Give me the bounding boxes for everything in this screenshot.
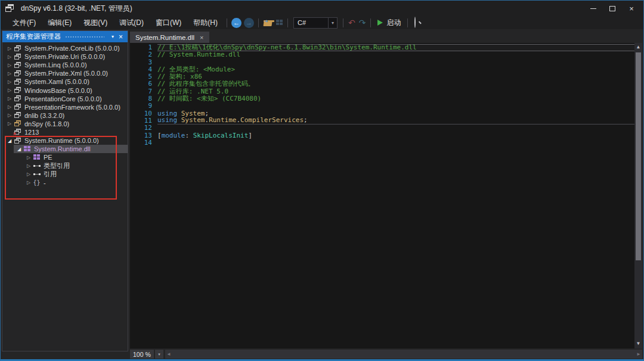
tree-item[interactable]: ▷System.Private.Uri (5.0.0.0)	[2, 52, 128, 61]
tree-item[interactable]: ◢System.Runtime.dll	[2, 145, 128, 153]
expander-expanded-icon[interactable]: ◢	[16, 147, 23, 152]
menu-item[interactable]: 窗口(W)	[150, 16, 187, 30]
panel-header[interactable]: 程序集资源管理器 ▾ ×	[2, 31, 128, 42]
tree-item-icon-wrap	[13, 104, 22, 110]
zoom-level-value[interactable]: 100 %	[130, 350, 154, 359]
menu-item[interactable]: 调试(D)	[113, 16, 150, 30]
tree-item[interactable]: ▷类型引用	[2, 161, 128, 170]
token-punc: ;	[304, 117, 308, 124]
menu-item[interactable]: 视图(V)	[78, 16, 113, 30]
line-number: 13	[130, 132, 157, 139]
panel-menu-caret-icon[interactable]: ▾	[109, 34, 117, 39]
undo-button[interactable]: ↶	[348, 18, 355, 27]
tree-item-icon-wrap	[13, 120, 22, 127]
panel-grip	[65, 36, 104, 39]
tree-item[interactable]: ▷WindowsBase (5.0.0.0)	[2, 86, 128, 94]
line-number: 14	[130, 139, 157, 147]
tree-item-label: PresentationCore (5.0.0.0)	[22, 95, 102, 102]
scroll-up-icon[interactable]: ▲	[634, 43, 642, 51]
tree-item[interactable]: ▷PresentationFramework (5.0.0.0)	[2, 103, 128, 111]
maximize-button[interactable]	[603, 2, 622, 15]
expander-collapsed-icon[interactable]: ▷	[6, 63, 13, 68]
scroll-down-icon[interactable]: ▼	[634, 340, 642, 348]
tree-item-label: System.Private.Xml (5.0.0.0)	[22, 70, 108, 77]
search-button[interactable]	[411, 17, 419, 28]
chevron-down-icon: ▾	[328, 18, 337, 28]
tree-item[interactable]: ▷{}-	[2, 179, 128, 187]
open-from-gac-button[interactable]	[276, 20, 283, 26]
token-ns: CompilerServices	[240, 117, 304, 124]
tree-item-label: System.Xaml (5.0.0.0)	[22, 78, 89, 85]
expander-collapsed-icon[interactable]: ▷	[6, 121, 13, 126]
scrollbar-thumb[interactable]	[636, 52, 641, 260]
editor-bottom-bar: 100 % ▾ ◄ ►	[130, 349, 642, 359]
tab-close-icon[interactable]: ×	[200, 34, 203, 41]
expander-collapsed-icon[interactable]: ▷	[25, 155, 32, 160]
tree-item[interactable]: ▷System.Xaml (5.0.0.0)	[2, 77, 128, 86]
close-button[interactable]: ×	[622, 2, 641, 15]
open-folder-icon: ➜	[264, 20, 273, 26]
token-comment: // System.Runtime.dll	[157, 51, 240, 58]
tree-item-icon-wrap	[13, 70, 22, 77]
toolbar-separator	[370, 18, 371, 27]
expander-collapsed-icon[interactable]: ▷	[25, 180, 32, 185]
expander-collapsed-icon[interactable]: ▷	[6, 96, 13, 101]
expander-collapsed-icon[interactable]: ▷	[25, 163, 32, 169]
panel-close-icon[interactable]: ×	[117, 33, 125, 41]
tab-system-runtime-dll[interactable]: System.Runtime.dll ×	[130, 32, 209, 43]
expander-collapsed-icon[interactable]: ▷	[6, 79, 13, 85]
tree-item-icon-wrap	[13, 112, 22, 119]
minimize-icon	[590, 8, 596, 9]
reference-icon	[33, 163, 41, 169]
zoom-caret-icon[interactable]: ▾	[155, 350, 163, 359]
assembly-icon	[14, 112, 21, 119]
tree-item[interactable]: ▷PE	[2, 153, 128, 161]
code-line: 11using System.Runtime.CompilerServices;	[130, 117, 634, 125]
tree-item[interactable]: ▷System.Private.Xml (5.0.0.0)	[2, 69, 128, 77]
expander-collapsed-icon[interactable]: ▷	[6, 88, 13, 93]
expander-collapsed-icon[interactable]: ▷	[25, 172, 32, 177]
menu-item[interactable]: 文件(F)	[7, 16, 42, 30]
code-line: 12	[130, 125, 634, 132]
expander-collapsed-icon[interactable]: ▷	[6, 113, 13, 118]
expander-collapsed-icon[interactable]: ▷	[6, 71, 13, 76]
tree-item[interactable]: ◢System.Runtime (5.0.0.0)	[2, 136, 128, 145]
scroll-right-icon[interactable]: ►	[636, 351, 641, 357]
tree-item[interactable]: ▷System.Private.CoreLib (5.0.0.0)	[2, 44, 128, 52]
tree-item[interactable]: ✕1213	[2, 128, 128, 136]
expander-collapsed-icon[interactable]: ▷	[6, 104, 13, 110]
expander-expanded-icon[interactable]: ◢	[6, 138, 13, 144]
toolbar-separator	[258, 18, 259, 27]
menu-item[interactable]: 帮助(H)	[187, 16, 224, 30]
token-kw: module	[162, 132, 185, 139]
start-debug-button[interactable]: 启动	[374, 18, 404, 28]
toolbar-separator	[287, 18, 288, 27]
line-content: // System.Runtime.dll	[157, 51, 634, 58]
language-select[interactable]: C# ▾	[293, 17, 338, 29]
expander-collapsed-icon[interactable]: ▷	[6, 46, 13, 51]
menu-item[interactable]: 编辑(E)	[42, 16, 78, 30]
tree-item-label: 1213	[22, 129, 39, 136]
open-file-button[interactable]: ➜	[264, 20, 273, 26]
scroll-left-icon[interactable]: ◄	[166, 351, 171, 357]
token-comment: // 此程序集包含非托管的代码。	[157, 80, 255, 88]
assembly-icon	[14, 87, 21, 94]
tree-item[interactable]: ▷dnSpy (6.1.8.0)	[2, 120, 128, 128]
expander-collapsed-icon[interactable]: ▷	[6, 54, 13, 60]
tree-item[interactable]: ▷dnlib (3.3.2.0)	[2, 111, 128, 120]
minimize-button[interactable]	[584, 2, 603, 15]
code-line: 14	[130, 139, 634, 147]
tree-item-label: System.Runtime.dll	[32, 145, 91, 153]
navigate-back-button[interactable]: ←	[231, 18, 242, 28]
horizontal-scrollbar[interactable]: ◄ ►	[165, 350, 642, 359]
redo-button[interactable]: ↷	[359, 18, 366, 27]
code-editor[interactable]: 1// E:\1投稿\1优化\dnSpy\dnSpy-net-6.1.8win3…	[130, 43, 642, 348]
vertical-scrollbar[interactable]: ▲ ▼	[634, 43, 642, 348]
tree-item[interactable]: ▷System.Linq (5.0.0.0)	[2, 61, 128, 69]
assembly-icon	[14, 79, 21, 85]
tree-item[interactable]: ▷引用	[2, 170, 128, 178]
tree-item[interactable]: ▷PresentationCore (5.0.0.0)	[2, 95, 128, 103]
line-number: 6	[130, 80, 157, 88]
navigate-forward-button[interactable]: →	[244, 18, 254, 28]
line-number: 11	[130, 117, 157, 125]
